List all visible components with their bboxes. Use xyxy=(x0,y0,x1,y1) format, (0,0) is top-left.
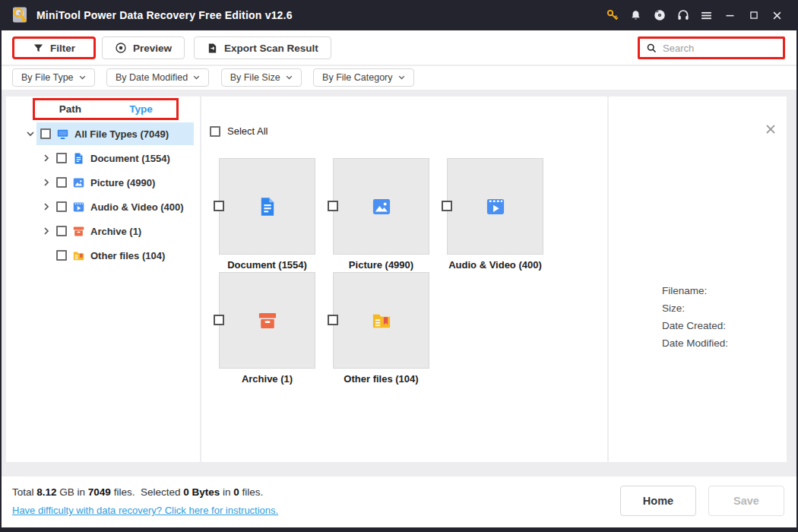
tree-item-label: All File Types (7049) xyxy=(74,128,169,140)
titlebar-actions xyxy=(600,0,789,30)
filter-button-label: Filter xyxy=(50,43,75,54)
disc-icon[interactable] xyxy=(648,0,671,30)
tree-item-audio-video[interactable]: Audio & Video (400) xyxy=(6,195,200,219)
select-all-control[interactable]: Select All xyxy=(210,125,268,137)
tree-item-picture[interactable]: Picture (4990) xyxy=(6,170,200,195)
checkbox[interactable] xyxy=(56,201,67,212)
select-all-checkbox[interactable] xyxy=(210,126,220,137)
export-button-label: Export Scan Result xyxy=(224,43,318,54)
export-scan-result-button[interactable]: Export Scan Result xyxy=(194,36,331,59)
funnel-icon xyxy=(33,43,44,54)
preview-button-label: Preview xyxy=(133,43,172,54)
selected-size-value: 0 Bytes xyxy=(183,486,220,498)
card-label: Other files (104) xyxy=(344,373,418,385)
card-label: Document (1554) xyxy=(227,259,307,271)
card-archive-tile[interactable] xyxy=(219,272,315,369)
checkbox[interactable] xyxy=(56,250,67,261)
menu-icon[interactable] xyxy=(695,0,718,30)
checkbox[interactable] xyxy=(56,226,67,236)
file-details: Filename: Size: Date Created: Date Modif… xyxy=(662,282,728,352)
selected-mid: in xyxy=(220,486,233,498)
card-checkbox[interactable] xyxy=(328,315,338,325)
picture-icon xyxy=(72,176,85,189)
tab-path-label: Path xyxy=(59,103,81,115)
chevron-down-icon xyxy=(286,75,293,80)
app-window: MiniTool Power Data Recovery Free Editio… xyxy=(0,0,798,532)
card-label: Audio & Video (400) xyxy=(448,259,542,271)
tab-type-label: Type xyxy=(129,103,153,115)
card-checkbox[interactable] xyxy=(214,201,224,211)
card-archive: Archive (1) xyxy=(219,272,315,369)
home-button-label: Home xyxy=(643,495,673,507)
minimize-icon[interactable] xyxy=(718,0,742,30)
chevron-down-icon xyxy=(79,75,86,80)
panel-close-icon[interactable] xyxy=(765,124,776,135)
by-date-modified-dropdown[interactable]: By Date Modified xyxy=(106,68,209,87)
checkbox[interactable] xyxy=(40,128,51,139)
chevron-down-icon xyxy=(398,75,405,80)
tree-item-archive[interactable]: Archive (1) xyxy=(6,219,200,243)
status-bar: Total 8.12 GB in 7049 files. Selected 0 … xyxy=(2,477,796,527)
chevron-down-icon xyxy=(193,75,200,80)
dropdown-label: By File Type xyxy=(21,72,74,83)
key-icon[interactable] xyxy=(600,0,624,30)
total-suffix: files. xyxy=(111,486,141,498)
card-document-tile[interactable] xyxy=(219,158,315,255)
totals-text: Total 8.12 GB in 7049 files. Selected 0 … xyxy=(12,486,263,498)
chevron-collapsed-icon[interactable] xyxy=(42,226,51,236)
card-checkbox[interactable] xyxy=(442,201,452,211)
card-checkbox[interactable] xyxy=(214,315,224,325)
card-label: Picture (4990) xyxy=(349,259,413,271)
card-audio-video-tile[interactable] xyxy=(447,158,543,255)
card-checkbox[interactable] xyxy=(328,201,338,211)
window-title: MiniTool Power Data Recovery Free Editio… xyxy=(36,9,293,21)
file-type-tree: All File Types (7049) Document (1554) xyxy=(6,122,200,268)
headset-icon[interactable] xyxy=(671,0,695,30)
checkbox[interactable] xyxy=(56,153,67,163)
video-icon xyxy=(485,196,506,217)
home-button[interactable]: Home xyxy=(620,486,696,516)
by-file-category-dropdown[interactable]: By File Category xyxy=(313,68,413,87)
save-button[interactable]: Save xyxy=(708,486,784,516)
search-input[interactable] xyxy=(663,43,769,54)
chevron-collapsed-icon[interactable] xyxy=(42,154,51,163)
date-modified-label: Date Modified: xyxy=(662,334,728,352)
app-logo-icon xyxy=(10,5,30,25)
bell-icon[interactable] xyxy=(624,0,648,30)
eye-icon xyxy=(115,42,127,54)
tab-path[interactable]: Path xyxy=(35,100,106,118)
dropdown-label: By Date Modified xyxy=(116,72,188,83)
chevron-collapsed-icon[interactable] xyxy=(42,202,51,211)
tree-item-document[interactable]: Document (1554) xyxy=(6,146,200,170)
filter-button[interactable]: Filter xyxy=(12,36,96,59)
tree-item-label: Other files (104) xyxy=(90,250,165,261)
search-icon xyxy=(646,43,657,54)
filename-label: Filename: xyxy=(662,282,728,299)
card-other-files-tile[interactable] xyxy=(333,272,429,369)
maximize-icon[interactable] xyxy=(742,0,765,30)
card-document: Document (1554) xyxy=(219,158,315,255)
by-file-size-dropdown[interactable]: By File Size xyxy=(221,68,302,87)
total-unit: GB in xyxy=(57,486,88,498)
checkbox[interactable] xyxy=(56,177,67,188)
card-label: Archive (1) xyxy=(242,373,293,385)
chevron-collapsed-icon[interactable] xyxy=(42,178,51,187)
date-created-label: Date Created: xyxy=(662,317,728,334)
by-file-type-dropdown[interactable]: By File Type xyxy=(12,68,95,87)
help-link[interactable]: Have difficulty with data recovery? Clic… xyxy=(12,505,278,516)
search-box[interactable] xyxy=(638,36,785,59)
tree-item-label: Document (1554) xyxy=(90,153,170,164)
close-icon[interactable] xyxy=(765,0,789,30)
tab-type[interactable]: Type xyxy=(106,100,176,118)
tree-item-other-files[interactable]: Other files (104) xyxy=(6,243,200,268)
preview-button[interactable]: Preview xyxy=(102,36,185,59)
chevron-expanded-icon[interactable] xyxy=(26,129,35,138)
card-audio-video: Audio & Video (400) xyxy=(447,158,543,255)
tree-item-label: Archive (1) xyxy=(90,226,141,237)
card-picture-tile[interactable] xyxy=(333,158,429,255)
tree-item-all-file-types[interactable]: All File Types (7049) xyxy=(6,122,200,146)
card-picture: Picture (4990) xyxy=(333,158,429,255)
details-panel: Filename: Size: Date Created: Date Modif… xyxy=(609,97,787,462)
card-other-files: Other files (104) xyxy=(333,272,429,369)
save-button-label: Save xyxy=(733,495,759,507)
